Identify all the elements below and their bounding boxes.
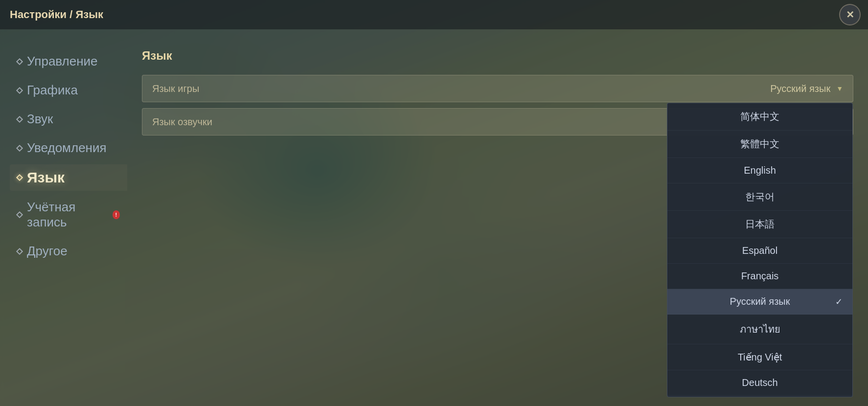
sidebar-diamond-icon bbox=[16, 144, 23, 151]
window-title: Настройки / Язык bbox=[10, 8, 103, 21]
voice-language-label: Язык озвучки bbox=[152, 116, 212, 128]
dropdown-option-zh-cn[interactable]: 简体中文 bbox=[667, 103, 852, 131]
dropdown-option-es[interactable]: Español bbox=[667, 238, 852, 264]
dropdown-option-fr[interactable]: Français bbox=[667, 264, 852, 289]
game-language-label: Язык игры bbox=[152, 83, 199, 94]
sidebar-item-language[interactable]: Язык bbox=[10, 164, 127, 191]
sidebar-diamond-icon bbox=[16, 211, 23, 218]
title-bar: Настройки / Язык ✕ bbox=[0, 0, 868, 29]
sidebar-item-other[interactable]: Другое bbox=[10, 239, 127, 264]
sidebar: УправлениеГрафикаЗвукУведомленияЯзыкУчёт… bbox=[0, 29, 127, 406]
close-button[interactable]: ✕ bbox=[839, 4, 861, 25]
sidebar-item-label: Другое bbox=[27, 244, 68, 259]
dropdown-option-th[interactable]: ภาษาไทย bbox=[667, 315, 852, 344]
dropdown-option-zh-tw[interactable]: 繁體中文 bbox=[667, 131, 852, 158]
dropdown-option-de[interactable]: Deutsch bbox=[667, 370, 852, 396]
sidebar-item-sound[interactable]: Звук bbox=[10, 107, 127, 132]
game-language-value: Русский язык ▼ bbox=[770, 83, 843, 94]
dropdown-option-ja[interactable]: 日本語 bbox=[667, 211, 852, 238]
dropdown-arrow-icon: ▼ bbox=[836, 85, 843, 92]
language-dropdown: 简体中文繁體中文English한국어日本語EspañolFrançaisРусс… bbox=[667, 103, 853, 397]
dropdown-scroll[interactable]: 简体中文繁體中文English한국어日本語EspañolFrançaisРусс… bbox=[667, 103, 852, 397]
main-content: Язык Язык игры Русский язык ▼ 简体中文繁體中文En… bbox=[127, 29, 868, 406]
sidebar-item-label: Управление bbox=[27, 54, 98, 69]
section-title: Язык bbox=[142, 49, 853, 63]
dropdown-option-ru[interactable]: Русский язык✓ bbox=[667, 289, 852, 315]
sidebar-item-label: Графика bbox=[27, 83, 78, 98]
settings-panel: Настройки / Язык ✕ УправлениеГрафикаЗвук… bbox=[0, 0, 868, 406]
dropdown-option-en[interactable]: English bbox=[667, 158, 852, 183]
sidebar-item-label: Уведомления bbox=[27, 140, 107, 156]
notification-badge: ! bbox=[113, 210, 120, 219]
sidebar-item-label: Язык bbox=[27, 169, 65, 186]
sidebar-item-graphics[interactable]: Графика bbox=[10, 78, 127, 103]
sidebar-diamond-icon bbox=[16, 174, 23, 181]
sidebar-item-label: Учётная запись bbox=[27, 200, 105, 230]
sidebar-item-controls[interactable]: Управление bbox=[10, 49, 127, 74]
sidebar-diamond-icon bbox=[16, 58, 23, 65]
sidebar-diamond-icon bbox=[16, 248, 23, 254]
sidebar-diamond-icon bbox=[16, 87, 23, 93]
sidebar-item-notifications[interactable]: Уведомления bbox=[10, 135, 127, 160]
dropdown-option-id[interactable]: Bahasa Indonesia bbox=[667, 396, 852, 397]
sidebar-item-account[interactable]: Учётная запись! bbox=[10, 195, 127, 235]
content-area: УправлениеГрафикаЗвукУведомленияЯзыкУчёт… bbox=[0, 29, 868, 406]
game-language-text: Русский язык bbox=[770, 83, 830, 94]
dropdown-option-vi[interactable]: Tiếng Việt bbox=[667, 344, 852, 370]
game-language-row[interactable]: Язык игры Русский язык ▼ 简体中文繁體中文English… bbox=[142, 75, 853, 102]
check-icon: ✓ bbox=[835, 296, 843, 307]
dropdown-option-ko[interactable]: 한국어 bbox=[667, 183, 852, 211]
sidebar-diamond-icon bbox=[16, 115, 23, 122]
sidebar-item-label: Звук bbox=[27, 112, 53, 127]
